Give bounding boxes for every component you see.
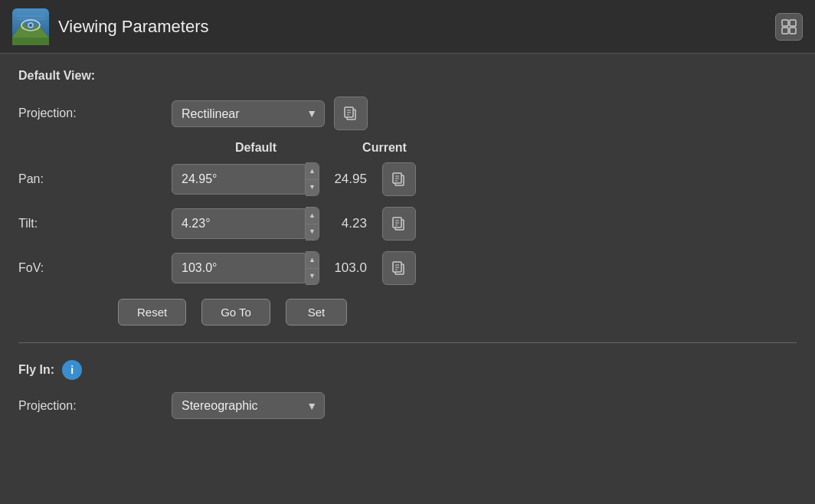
col-current-header: Current bbox=[346, 141, 423, 155]
pan-label: Pan: bbox=[18, 172, 172, 186]
tilt-spinner: ▲ ▼ bbox=[172, 207, 319, 241]
tilt-spinner-buttons: ▲ ▼ bbox=[306, 207, 319, 241]
fly-in-info-icon[interactable]: i bbox=[62, 360, 82, 380]
pan-copy-button[interactable] bbox=[382, 162, 416, 196]
svg-rect-9 bbox=[790, 20, 796, 26]
app-icon bbox=[12, 8, 49, 45]
window-title: Viewing Parameters bbox=[58, 17, 208, 37]
pan-spinner: ▲ ▼ bbox=[172, 162, 319, 196]
fly-in-dropdown-container: Stereographic Rectilinear Fisheye Equire… bbox=[172, 392, 325, 419]
title-bar: Viewing Parameters bbox=[0, 0, 815, 54]
projection-dropdown-container: Rectilinear Stereographic Fisheye Equire… bbox=[172, 100, 325, 127]
tilt-current-value: 4.23 bbox=[319, 216, 373, 231]
svg-marker-2 bbox=[12, 38, 49, 45]
pan-spinner-buttons: ▲ ▼ bbox=[306, 162, 319, 196]
fly-in-projection-row: Projection: Stereographic Rectilinear Fi… bbox=[18, 392, 797, 419]
action-buttons-row: Reset Go To Set bbox=[118, 299, 797, 326]
fly-in-label: Fly In: bbox=[18, 363, 54, 377]
default-view-label: Default View: bbox=[18, 69, 797, 83]
main-content: Default View: Projection: Rectilinear St… bbox=[0, 54, 815, 445]
fov-current-value: 103.0 bbox=[319, 260, 373, 276]
svg-rect-8 bbox=[782, 20, 788, 26]
pan-decrement-button[interactable]: ▼ bbox=[306, 180, 319, 196]
projection-copy-button[interactable] bbox=[334, 97, 368, 130]
pan-current-value: 24.95 bbox=[319, 172, 373, 187]
fov-row: FoV: ▲ ▼ 103.0 bbox=[18, 251, 797, 285]
tilt-input[interactable] bbox=[172, 208, 306, 239]
projection-label: Projection: bbox=[18, 106, 172, 120]
fly-in-projection-label: Projection: bbox=[18, 399, 172, 413]
fov-spinner-buttons: ▲ ▼ bbox=[306, 251, 319, 285]
pan-increment-button[interactable]: ▲ bbox=[306, 163, 319, 180]
fov-input[interactable] bbox=[172, 253, 306, 283]
title-left: Viewing Parameters bbox=[12, 8, 208, 45]
svg-rect-11 bbox=[790, 28, 796, 34]
svg-rect-10 bbox=[782, 28, 788, 34]
col-default-header: Default bbox=[172, 141, 340, 155]
corner-button[interactable] bbox=[775, 13, 803, 41]
reset-button[interactable]: Reset bbox=[118, 299, 186, 326]
tilt-increment-button[interactable]: ▲ bbox=[306, 208, 319, 224]
tilt-decrement-button[interactable]: ▼ bbox=[306, 224, 319, 241]
fov-decrement-button[interactable]: ▼ bbox=[306, 269, 319, 285]
projection-row: Projection: Rectilinear Stereographic Fi… bbox=[18, 97, 797, 130]
tilt-copy-button[interactable] bbox=[382, 207, 416, 241]
fov-spinner: ▲ ▼ bbox=[172, 251, 319, 285]
goto-button[interactable]: Go To bbox=[201, 299, 270, 326]
svg-point-5 bbox=[29, 24, 32, 27]
fov-label: FoV: bbox=[18, 261, 172, 275]
tilt-label: Tilt: bbox=[18, 217, 172, 231]
pan-row: Pan: ▲ ▼ 24.95 bbox=[18, 162, 797, 196]
projection-select[interactable]: Rectilinear Stereographic Fisheye Equire… bbox=[172, 100, 325, 127]
section-divider bbox=[18, 342, 797, 343]
column-headers: Default Current bbox=[172, 141, 797, 155]
fov-copy-button[interactable] bbox=[382, 251, 416, 285]
fov-increment-button[interactable]: ▲ bbox=[306, 252, 319, 269]
set-button[interactable]: Set bbox=[286, 299, 347, 326]
fly-in-header-row: Fly In: i bbox=[18, 360, 797, 380]
fly-in-projection-select[interactable]: Stereographic Rectilinear Fisheye Equire… bbox=[172, 392, 325, 419]
pan-input[interactable] bbox=[172, 164, 306, 195]
tilt-row: Tilt: ▲ ▼ 4.23 bbox=[18, 207, 797, 241]
